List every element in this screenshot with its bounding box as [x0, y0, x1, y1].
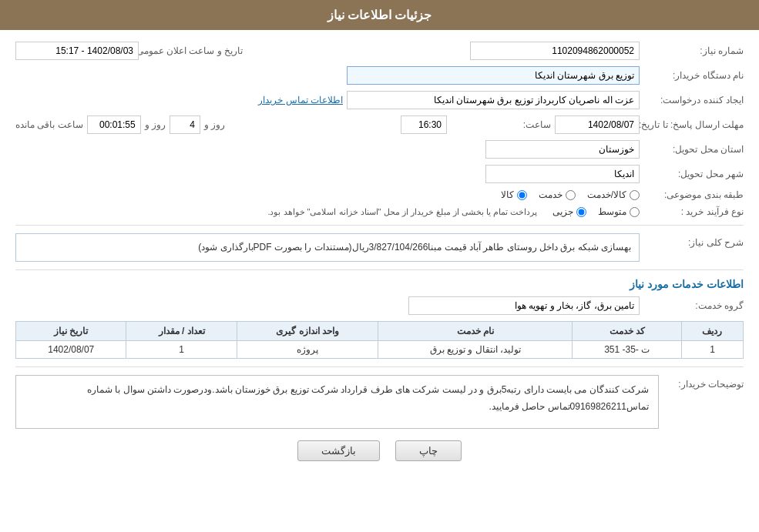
creator-row: ایجاد کننده درخواست: اطلاعات تماس خریدار [15, 91, 744, 109]
deadline-time-input[interactable] [401, 115, 447, 134]
service-group-input[interactable] [408, 296, 640, 315]
radio-motavaset[interactable]: متوسط [598, 206, 640, 217]
buyer-org-row: نام دستگاه خریدار: [15, 66, 744, 85]
buttons-row: چاپ بازگشت [15, 440, 744, 473]
table-row: 1 ت -35- 351 تولید، انتقال و توزیع برق پ… [16, 341, 744, 359]
buyer-org-label: نام دستگاه خریدار: [643, 70, 744, 81]
need-description-row: شرح کلی نیاز: بهسازی شبکه برق داخل روستا… [15, 233, 744, 262]
print-button[interactable]: چاپ [395, 440, 462, 461]
service-group-label: گروه خدمت: [643, 300, 744, 311]
radio-khadamat[interactable]: خدمت [539, 189, 576, 200]
cell-unit: پروژه [237, 341, 378, 359]
process-row: نوع فرآیند خرید : متوسط جزیی پرداخت تمام… [15, 206, 744, 217]
cell-service-code: ت -35- 351 [573, 341, 682, 359]
page-title: جزئیات اطلاعات نیاز [327, 8, 432, 22]
category-label: طبقه بندی موضوعی: [643, 189, 744, 200]
remaining-label: روز و [204, 119, 225, 130]
deadline-row: مهلت ارسال پاسخ: تا تاریخ: ساعت: روز و ر… [15, 115, 744, 134]
table-header: ردیف کد خدمت نام خدمت واحد اندازه گیری ت… [16, 322, 744, 341]
process-note: پرداخت تمام یا بخشی از مبلغ خریدار از مح… [267, 207, 537, 217]
radio-jozii[interactable]: جزیی [552, 206, 586, 217]
radio-kala[interactable]: کالا [501, 189, 527, 200]
need-description-label: شرح کلی نیاز: [643, 233, 744, 248]
contact-link[interactable]: اطلاعات تماس خریدار [258, 95, 343, 105]
remaining-time-label: ساعت باقی مانده [15, 119, 83, 130]
back-button[interactable]: بازگشت [297, 440, 380, 461]
need-description-text: بهسازی شبکه برق داخل روستای طاهر آباد قی… [198, 242, 631, 253]
col-row-num: ردیف [681, 322, 743, 341]
cell-row-num: 1 [681, 341, 743, 359]
col-quantity: تعداد / مقدار [126, 322, 237, 341]
province-row: استان محل تحویل: [15, 140, 744, 159]
services-table: ردیف کد خدمت نام خدمت واحد اندازه گیری ت… [15, 321, 744, 359]
category-radio-group: کالا/خدمت خدمت کالا [501, 189, 640, 200]
creator-label: ایجاد کننده درخواست: [643, 95, 744, 105]
buyer-org-input[interactable] [347, 66, 640, 85]
province-label: استان محل تحویل: [643, 144, 744, 155]
city-label: شهر محل تحویل: [643, 169, 744, 179]
category-row: طبقه بندی موضوعی: کالا/خدمت خدمت کالا [15, 189, 744, 200]
need-number-input[interactable] [470, 42, 640, 60]
need-number-label: شماره نیاز: [643, 45, 744, 56]
buyer-notes-box: شرکت کنندگان می بایست دارای رتبه5برق و د… [15, 375, 659, 429]
col-service-name: نام خدمت [378, 322, 573, 341]
remaining-time-input[interactable] [87, 115, 141, 134]
service-group-row: گروه خدمت: [15, 296, 744, 315]
province-input[interactable] [485, 140, 640, 159]
radio-kala-khadamat[interactable]: کالا/خدمت [587, 189, 640, 200]
process-radio-group: متوسط جزیی [552, 206, 640, 217]
deadline-label: مهلت ارسال پاسخ: تا تاریخ: [643, 119, 744, 130]
process-label: نوع فرآیند خرید : [643, 206, 744, 217]
services-section-label: اطلاعات خدمات مورد نیاز [15, 278, 744, 290]
announce-datetime-label: تاریخ و ساعت اعلان عمومی: [143, 45, 243, 56]
col-date: تاریخ نیاز [16, 322, 126, 341]
col-unit: واحد اندازه گیری [237, 322, 378, 341]
page-header: جزئیات اطلاعات نیاز [0, 0, 759, 30]
cell-service-name: تولید، انتقال و توزیع برق [378, 341, 573, 359]
city-row: شهر محل تحویل: [15, 165, 744, 183]
cell-quantity: 1 [126, 341, 237, 359]
need-description-box: بهسازی شبکه برق داخل روستای طاهر آباد قی… [15, 233, 640, 262]
content-area: شماره نیاز: تاریخ و ساعت اعلان عمومی: نا… [0, 30, 759, 484]
city-input[interactable] [485, 165, 640, 183]
col-service-code: کد خدمت [573, 322, 682, 341]
deadline-date-input[interactable] [555, 115, 640, 134]
need-number-row: شماره نیاز: تاریخ و ساعت اعلان عمومی: [15, 42, 744, 60]
announce-datetime-input[interactable] [15, 42, 139, 60]
days-label: روز و [145, 119, 166, 130]
buyer-notes-label: توضیحات خریدار: [667, 375, 744, 390]
days-input[interactable] [170, 115, 200, 134]
page-wrapper: جزئیات اطلاعات نیاز شماره نیاز: تاریخ و … [0, 0, 759, 532]
cell-date: 1402/08/07 [16, 341, 126, 359]
deadline-time-label: ساعت: [451, 119, 551, 130]
buyer-notes-row: توضیحات خریدار: شرکت کنندگان می بایست دا… [15, 375, 744, 429]
creator-input[interactable] [347, 91, 640, 109]
table-body: 1 ت -35- 351 تولید، انتقال و توزیع برق پ… [16, 341, 744, 359]
buyer-notes-text: شرکت کنندگان می بایست دارای رتبه5برق و د… [87, 384, 649, 412]
